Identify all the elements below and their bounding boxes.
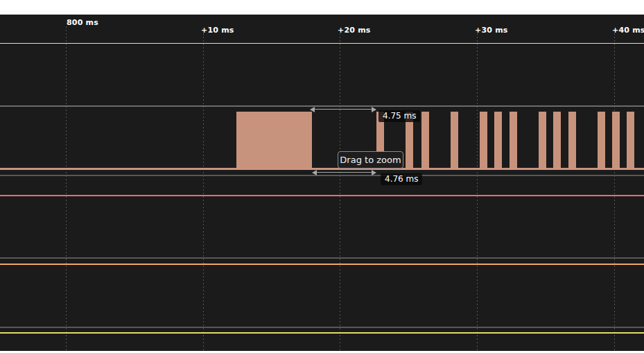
track-separator-3 xyxy=(0,327,644,328)
ruler-tick-label: +20 ms xyxy=(338,26,371,35)
counter-line-red xyxy=(0,195,644,196)
activity-bar xyxy=(598,112,605,168)
activity-bar xyxy=(480,112,487,168)
time-gridline xyxy=(340,33,340,351)
timeline-canvas[interactable] xyxy=(0,15,644,351)
profiler-timeline: 800 ms+10 ms+20 ms+30 ms+40 ms 4.75 ms4.… xyxy=(0,0,644,353)
measurement-label: 4.76 ms xyxy=(381,173,422,185)
activity-bar xyxy=(451,112,458,168)
counter-line-yellow xyxy=(0,332,644,334)
track-separator-top xyxy=(0,105,644,107)
arrowhead-left-icon xyxy=(312,170,317,175)
activity-bar xyxy=(421,112,429,168)
activity-baseline-salmon xyxy=(0,168,644,170)
ruler-tick-label: +30 ms xyxy=(475,26,508,35)
ruler-tick-label: 800 ms xyxy=(67,18,98,27)
arrowhead-right-icon xyxy=(372,170,376,175)
measurement-arrow-line xyxy=(314,109,372,110)
time-gridline xyxy=(477,33,478,351)
activity-bar xyxy=(627,112,634,168)
activity-bar xyxy=(612,112,620,168)
arrowhead-right-icon xyxy=(372,107,376,112)
time-gridline xyxy=(66,26,67,351)
track-separator-2 xyxy=(0,257,644,259)
activity-block xyxy=(236,112,312,168)
measurement-arrow-line xyxy=(316,172,372,173)
ruler-tick-label: +40 ms xyxy=(612,26,644,35)
ruler-tick-label: +10 ms xyxy=(201,26,234,35)
time-gridline xyxy=(203,33,204,351)
activity-bar xyxy=(494,112,502,168)
measurement-label: 4.75 ms xyxy=(378,110,420,122)
activity-bar xyxy=(553,112,561,168)
tooltip-label: Drag to zoom xyxy=(340,155,401,165)
time-gridline xyxy=(614,33,615,351)
activity-bar xyxy=(510,112,517,168)
committed-range-line xyxy=(0,43,644,44)
activity-bar xyxy=(568,112,576,168)
counter-line-orange xyxy=(0,264,644,265)
activity-bar xyxy=(539,112,546,168)
drag-to-zoom-tooltip: Drag to zoom xyxy=(338,151,403,169)
arrowhead-left-icon xyxy=(310,107,315,112)
track-separator-1 xyxy=(0,175,644,176)
